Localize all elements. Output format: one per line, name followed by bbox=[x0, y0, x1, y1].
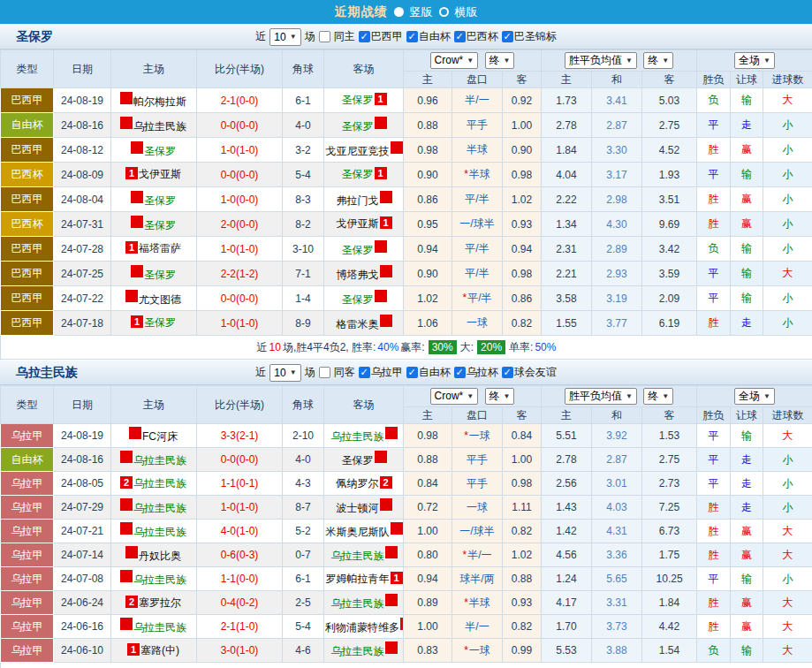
red-card-badge bbox=[385, 641, 398, 654]
league-tag: 乌拉甲 bbox=[1, 496, 54, 520]
radio-vertical-icon[interactable] bbox=[394, 7, 404, 17]
odds-stage-select[interactable]: 终▼ bbox=[485, 52, 515, 69]
filters: 近 10▼ 场 同客 ✓乌拉甲 ✓自由杯 ✓乌拉杯 ✓球会友谊 bbox=[255, 364, 556, 382]
odds-handicap-cell: *平手 bbox=[452, 448, 503, 472]
away-team-cell: 乌拉圭民族 bbox=[324, 639, 404, 663]
league-checkbox[interactable]: ✓ bbox=[502, 31, 513, 42]
away-team-cell: 米斯奥尼斯队 bbox=[324, 520, 404, 543]
mean-stage-select[interactable]: 终▼ bbox=[643, 52, 673, 69]
red-card-badge: 1 bbox=[127, 643, 140, 656]
result-wdl-cell: 平 bbox=[697, 567, 731, 591]
corner-cell: 6-1 bbox=[283, 567, 324, 591]
mean-home-cell: 1.73 bbox=[542, 88, 592, 113]
bookmaker-select[interactable]: Crow*▼ bbox=[430, 52, 479, 69]
odds-handicap-cell: *平/半 bbox=[452, 286, 503, 311]
score-cell: 1-0(1-0) bbox=[197, 496, 283, 520]
home-team-cell: FC河床 bbox=[111, 424, 197, 448]
handicap-text: 半球 bbox=[469, 168, 490, 180]
star-marker: * bbox=[462, 549, 467, 561]
away-team-name: 佩纳罗尔 bbox=[337, 477, 379, 490]
league-checkbox[interactable]: ✓ bbox=[359, 31, 370, 42]
home-team-cell: 圣保罗 bbox=[111, 138, 197, 163]
league-tag: 乌拉甲 bbox=[1, 591, 54, 615]
home-team-name: 乌拉圭民族 bbox=[133, 526, 186, 538]
match-count-select[interactable]: 10▼ bbox=[269, 28, 300, 46]
league-checkbox[interactable]: ✓ bbox=[454, 367, 466, 378]
table-row: 乌拉甲 24-06-10 1塞路(中) 3-0(1-0) 4-6 乌拉圭民族 0… bbox=[1, 639, 812, 663]
red-card-badge bbox=[375, 240, 387, 253]
league-label: 自由杯 bbox=[419, 29, 451, 44]
result-handicap-cell: 输 bbox=[731, 262, 763, 286]
summary-row-clipped bbox=[1, 663, 812, 668]
league-checkbox[interactable]: ✓ bbox=[406, 367, 418, 378]
red-card-badge bbox=[120, 498, 133, 511]
same-home-checkbox[interactable] bbox=[319, 31, 330, 42]
sub-mean-away: 客 bbox=[642, 72, 697, 88]
league-label: 巴西甲 bbox=[371, 29, 403, 44]
home-team-name: 圣保罗 bbox=[144, 316, 176, 329]
mean-home-cell: 5.53 bbox=[542, 639, 592, 663]
mean-group-header: 胜平负均值▼ 终▼ bbox=[542, 50, 697, 72]
scope-select[interactable]: 全场▼ bbox=[734, 388, 775, 405]
odds-home-cell: 0.95 bbox=[404, 212, 452, 237]
games-label: 场 bbox=[305, 29, 315, 44]
mean-stage-select[interactable]: 终▼ bbox=[643, 388, 673, 405]
radio-vertical-label[interactable]: 竖版 bbox=[410, 4, 433, 20]
odds-home-cell: 0.90 bbox=[404, 262, 452, 286]
odds-handicap-cell: *一/球半 bbox=[452, 212, 503, 237]
result-goals-cell: 小 bbox=[763, 311, 812, 336]
team-title: 乌拉圭民族 bbox=[16, 365, 78, 381]
mean-away-cell: 4.42 bbox=[642, 615, 697, 639]
result-wdl-cell: 平 bbox=[697, 286, 731, 311]
away-team-name: 乌拉圭民族 bbox=[331, 550, 384, 562]
home-team-cell: 丹奴比奥 bbox=[111, 543, 197, 567]
mean-type-select[interactable]: 胜平负均值▼ bbox=[565, 52, 637, 69]
odds-away-cell: 0.82 bbox=[503, 615, 542, 639]
league-tag: 自由杯 bbox=[1, 113, 54, 138]
odds-handicap-cell: *平手 bbox=[452, 472, 503, 496]
away-team-name: 圣保罗 bbox=[342, 244, 374, 256]
page-title: 近期战绩 bbox=[335, 4, 388, 20]
mean-draw-cell: 3.17 bbox=[592, 163, 642, 187]
league-checkbox[interactable]: ✓ bbox=[406, 31, 418, 42]
date-cell: 24-06-24 bbox=[54, 591, 111, 615]
odds-handicap-cell: *平/半 bbox=[452, 237, 503, 262]
red-card-badge bbox=[375, 290, 387, 302]
home-team-cell: 乌拉圭民族 bbox=[111, 448, 197, 472]
result-handicap-cell: 走 bbox=[731, 311, 763, 336]
league-checkbox[interactable]: ✓ bbox=[454, 31, 466, 42]
table-row: 乌拉甲 24-08-05 2乌拉圭民族 1-1(0-1) 4-3 佩纳罗尔2 0… bbox=[1, 472, 812, 496]
mean-away-cell: 1.93 bbox=[642, 163, 697, 187]
league-tag: 自由杯 bbox=[1, 448, 54, 472]
home-team-cell: 帕尔梅拉斯 bbox=[111, 88, 197, 113]
mean-type-select[interactable]: 胜平负均值▼ bbox=[565, 388, 637, 405]
league-checkbox[interactable]: ✓ bbox=[502, 367, 513, 378]
date-cell: 24-08-16 bbox=[54, 113, 111, 138]
mean-draw-cell: 4.03 bbox=[592, 496, 642, 520]
mean-away-cell: 2.75 bbox=[642, 448, 697, 472]
mean-draw-cell: 3.36 bbox=[592, 543, 642, 567]
mean-home-cell: 4.17 bbox=[542, 591, 592, 615]
away-team-name: 圣保罗 bbox=[342, 293, 374, 306]
match-count-select[interactable]: 10▼ bbox=[269, 364, 300, 382]
away-team-cell: 波士顿河 bbox=[324, 496, 404, 520]
league-tag: 巴西甲 bbox=[1, 311, 54, 336]
score-cell: 2-2(1-2) bbox=[197, 262, 283, 286]
col-date: 日期 bbox=[54, 50, 111, 88]
bookmaker-select[interactable]: Crow*▼ bbox=[430, 388, 479, 405]
odds-home-cell: 1.02 bbox=[404, 286, 452, 311]
result-goals-cell: 大 bbox=[763, 424, 812, 448]
league-checkbox[interactable]: ✓ bbox=[359, 367, 370, 378]
handicap-text: 一/球半 bbox=[459, 525, 494, 537]
score-cell: 0-0(0-0) bbox=[197, 286, 283, 311]
home-team-cell: 1戈伊亚斯 bbox=[111, 163, 197, 187]
table-row: 乌拉甲 24-07-08 乌拉圭民族 1-1(0-0) 6-1 罗姆帕拉青年1 … bbox=[1, 567, 812, 591]
radio-horizontal-icon[interactable] bbox=[439, 7, 449, 17]
home-team-cell: 2乌拉圭民族 bbox=[111, 472, 197, 496]
same-away-checkbox[interactable] bbox=[319, 367, 330, 378]
table-row: 巴西甲 24-08-19 帕尔梅拉斯 2-1(0-0) 6-1 圣保罗1 0.9… bbox=[1, 88, 812, 113]
odds-stage-select[interactable]: 终▼ bbox=[485, 388, 515, 405]
radio-horizontal-label[interactable]: 横版 bbox=[455, 4, 478, 20]
scope-select[interactable]: 全场▼ bbox=[734, 52, 775, 69]
league-tag: 巴西甲 bbox=[1, 237, 54, 262]
